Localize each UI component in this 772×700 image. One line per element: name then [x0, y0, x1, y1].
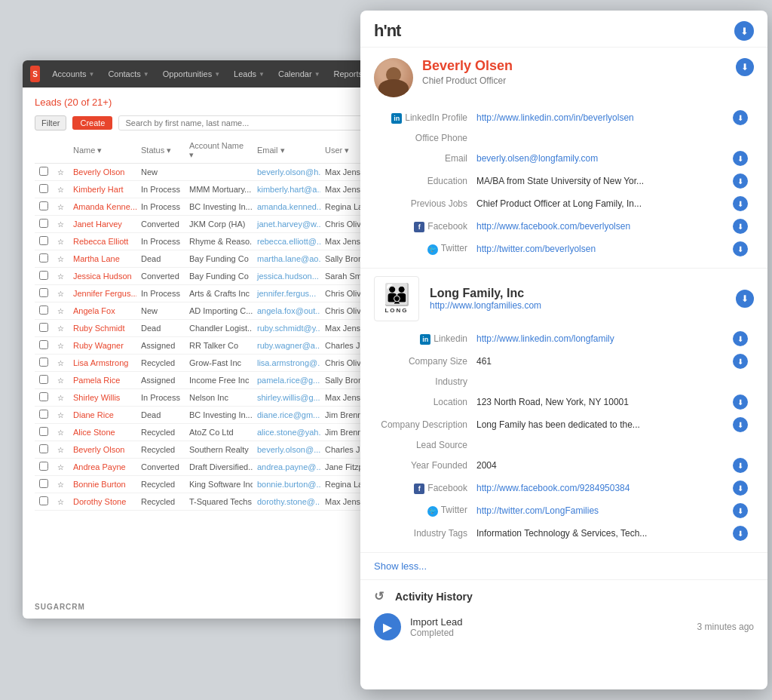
row-checkbox[interactable] [39, 253, 48, 262]
row-checkbox[interactable] [39, 444, 48, 453]
lead-email[interactable]: pamela.rice@g... [253, 372, 320, 389]
row-star[interactable]: ☆ [53, 476, 69, 493]
field-value[interactable]: http://www.linkedin.com/in/beverlyolsen [472, 106, 718, 129]
lead-name[interactable]: Kimberly Hart [69, 181, 136, 198]
lead-email[interactable]: dorothy.stone@... [253, 493, 320, 511]
row-star[interactable]: ☆ [53, 320, 69, 337]
row-checkbox[interactable] [39, 271, 48, 280]
row-checkbox[interactable] [39, 392, 48, 401]
row-checkbox[interactable] [39, 462, 48, 471]
person-download-button[interactable]: ⬇ [736, 58, 754, 76]
nav-item-contacts[interactable]: Contacts ▼ [102, 66, 155, 81]
filter-button[interactable]: Filter [35, 115, 66, 130]
lead-name[interactable]: Beverly Olson [69, 441, 136, 459]
download-icon[interactable]: ⬇ [733, 331, 748, 346]
row-checkbox[interactable] [39, 479, 48, 488]
row-star[interactable]: ☆ [53, 198, 69, 216]
row-star[interactable]: ☆ [53, 302, 69, 320]
download-icon[interactable]: ⬇ [733, 110, 748, 125]
lead-email[interactable]: andrea.payne@... [253, 459, 320, 476]
lead-email[interactable]: amanda.kenned... [253, 198, 320, 216]
field-value[interactable]: http://www.linkedin.com/longfamily [472, 327, 718, 350]
lead-email[interactable]: janet.harvey@w... [253, 216, 320, 233]
row-checkbox[interactable] [39, 340, 48, 349]
field-value[interactable]: beverly.olsen@longfamily.com [472, 147, 718, 170]
row-star[interactable]: ☆ [53, 250, 69, 268]
hint-download-button[interactable]: ⬇ [734, 21, 754, 41]
lead-name[interactable]: Dorothy Stone [69, 493, 136, 511]
download-icon[interactable]: ⬇ [733, 503, 748, 518]
lead-name[interactable]: Amanda Kenne... [69, 198, 136, 216]
download-icon[interactable]: ⬇ [733, 417, 748, 432]
lead-name[interactable]: Shirley Willis [69, 389, 136, 407]
download-icon[interactable]: ⬇ [733, 395, 748, 410]
lead-email[interactable]: angela.fox@out... [253, 302, 320, 320]
row-star[interactable]: ☆ [53, 355, 69, 372]
lead-email[interactable]: beverly.olson@h... [253, 164, 320, 181]
lead-name[interactable]: Janet Harvey [69, 216, 136, 233]
row-star[interactable]: ☆ [53, 233, 69, 250]
row-star[interactable]: ☆ [53, 285, 69, 302]
download-icon[interactable]: ⬇ [733, 151, 748, 166]
field-value[interactable]: http://twitter.com/beverlyolsen [472, 238, 718, 260]
lead-name[interactable]: Lisa Armstrong [69, 355, 136, 372]
row-checkbox[interactable] [39, 288, 48, 297]
row-checkbox[interactable] [39, 358, 48, 367]
row-star[interactable]: ☆ [53, 268, 69, 285]
company-download-button[interactable]: ⬇ [736, 290, 754, 308]
row-checkbox[interactable] [39, 236, 48, 245]
lead-email[interactable]: lisa.armstrong@... [253, 355, 320, 372]
lead-name[interactable]: Rebecca Elliott [69, 233, 136, 250]
row-checkbox[interactable] [39, 201, 48, 210]
download-icon[interactable]: ⬇ [733, 219, 748, 234]
lead-name[interactable]: Beverly Olson [69, 164, 136, 181]
lead-name[interactable]: Bonnie Burton [69, 476, 136, 493]
field-value[interactable]: http://www.facebook.com/beverlyolsen [472, 215, 718, 238]
lead-email[interactable]: martha.lane@ao... [253, 250, 320, 268]
lead-name[interactable]: Diane Rice [69, 407, 136, 424]
row-star[interactable]: ☆ [53, 164, 69, 181]
company-url[interactable]: http://www.longfamilies.com [430, 300, 541, 311]
lead-email[interactable]: kimberly.hart@a... [253, 181, 320, 198]
row-checkbox[interactable] [39, 375, 48, 384]
download-icon[interactable]: ⬇ [733, 458, 748, 473]
create-button[interactable]: Create [72, 116, 112, 130]
download-icon[interactable]: ⬇ [733, 196, 748, 211]
lead-name[interactable]: Jennifer Fergus... [69, 285, 136, 302]
lead-email[interactable]: diane.rice@gm... [253, 407, 320, 424]
download-icon[interactable]: ⬇ [733, 241, 748, 256]
lead-name[interactable]: Alice Stone [69, 424, 136, 441]
lead-email[interactable]: ruby.wagner@a... [253, 337, 320, 355]
lead-name[interactable]: Angela Fox [69, 302, 136, 320]
lead-name[interactable]: Martha Lane [69, 250, 136, 268]
lead-name[interactable]: Ruby Schmidt [69, 320, 136, 337]
lead-name[interactable]: Pamela Rice [69, 372, 136, 389]
row-star[interactable]: ☆ [53, 441, 69, 459]
row-checkbox[interactable] [39, 496, 48, 505]
download-icon[interactable]: ⬇ [733, 526, 748, 541]
row-star[interactable]: ☆ [53, 337, 69, 355]
download-icon[interactable]: ⬇ [733, 354, 748, 369]
nav-item-leads[interactable]: Leads ▼ [228, 66, 271, 81]
field-value[interactable]: http://twitter.com/LongFamilies [472, 499, 718, 522]
lead-email[interactable]: shirley.willis@g... [253, 389, 320, 407]
row-star[interactable]: ☆ [53, 389, 69, 407]
lead-name[interactable]: Jessica Hudson [69, 268, 136, 285]
download-icon[interactable]: ⬇ [733, 173, 748, 189]
lead-email[interactable]: bonnie.burton@... [253, 476, 320, 493]
row-checkbox[interactable] [39, 427, 48, 436]
lead-email[interactable]: ruby.schmidt@y... [253, 320, 320, 337]
lead-name[interactable]: Ruby Wagner [69, 337, 136, 355]
lead-email[interactable]: jessica.hudson... [253, 268, 320, 285]
lead-email[interactable]: beverly.olson@... [253, 441, 320, 459]
row-star[interactable]: ☆ [53, 459, 69, 476]
row-star[interactable]: ☆ [53, 181, 69, 198]
field-value[interactable]: http://www.facebook.com/9284950384 [472, 477, 718, 499]
lead-email[interactable]: rebecca.elliott@... [253, 233, 320, 250]
row-checkbox[interactable] [39, 184, 48, 193]
nav-item-accounts[interactable]: Accounts ▼ [46, 66, 100, 81]
row-checkbox[interactable] [39, 323, 48, 332]
show-less-button[interactable]: Show less... [360, 553, 767, 580]
row-star[interactable]: ☆ [53, 372, 69, 389]
search-input[interactable] [118, 115, 372, 130]
